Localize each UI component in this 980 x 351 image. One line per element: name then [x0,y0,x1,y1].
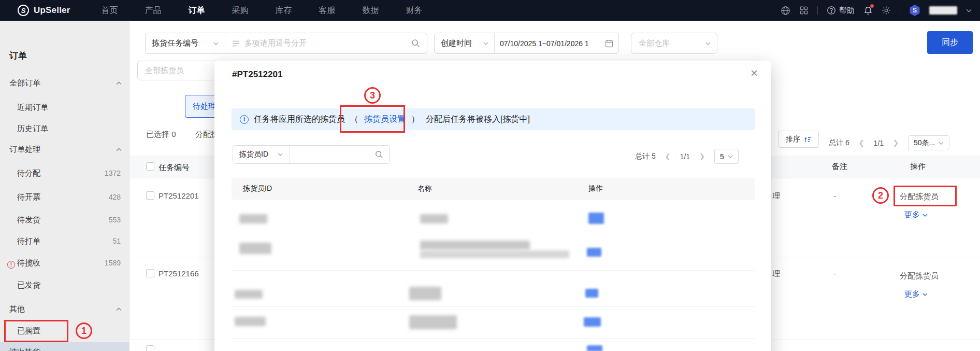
redacted-picker-id [235,317,266,326]
nav-home[interactable]: 首页 [102,5,118,16]
task-number-filter: 拣货任务编号 多项请用逗号分开 [145,33,427,54]
notification-badge [870,4,874,8]
status-fragment: 理 [772,191,780,201]
sidebar-orders: 订单 全部订单 近期订单 历史订单 订单处理 待分配1372 待开票428 待发… [0,21,129,351]
divider [232,232,755,232]
nav-finance[interactable]: 财务 [406,5,423,16]
sidebar-item-pending-invoice[interactable]: 待开票428 [0,188,129,206]
chevron-down-icon[interactable] [966,9,972,12]
chevron-down-icon [483,42,488,45]
column-name: 名称 [417,184,432,193]
column-picker-id: 拣货员ID [243,184,272,193]
picker-id-select[interactable]: 拣货员ID [233,146,290,163]
redacted-action-link[interactable] [584,317,601,327]
redacted-action-link[interactable] [587,248,601,257]
prev-page-icon[interactable]: ❮ [859,139,864,147]
redacted-picker-id [235,290,263,299]
search-icon[interactable] [411,39,420,48]
notifications-button[interactable] [863,6,873,16]
redacted-name [420,214,448,223]
chevron-up-icon [116,307,122,311]
redacted-picker-id [239,214,267,223]
redacted-name [420,241,530,250]
username-redacted [929,6,957,15]
sidebar-item-pending-ship[interactable]: 待发货553 [0,211,129,229]
chevron-down-icon [923,293,928,296]
settings-gear-icon[interactable] [882,6,891,15]
date-range-value[interactable]: 07/10/2025 1~07/01/2026 1 [500,39,589,48]
page-size-select[interactable]: 5 [714,149,739,164]
sidebar-item-pending-assign[interactable]: 待分配1372 [0,164,129,182]
row-checkbox[interactable] [146,345,154,351]
task-link[interactable]: PT2512201 [158,191,199,200]
task-number-type-select[interactable]: 拣货任务编号 [146,33,225,53]
list-lines-icon [232,40,240,47]
chevron-up-icon [116,81,122,85]
created-time-select[interactable]: 创建时间 [435,33,495,53]
page-indicator: 1/1 [874,139,884,147]
redacted-action-link[interactable] [587,345,602,351]
assign-picker-link[interactable]: 分配拣货员 [900,271,939,281]
row-checkbox[interactable] [146,269,154,277]
calendar-icon[interactable] [605,39,613,48]
sync-button[interactable]: 同步 [927,31,973,54]
annotation-box-picker-settings [340,105,405,133]
prev-page-icon[interactable]: ❮ [665,152,671,160]
sort-button[interactable]: 排序 [778,131,819,148]
nav-products[interactable]: 产品 [145,5,162,16]
globe-icon[interactable] [781,6,790,16]
sidebar-item-history-orders[interactable]: 历史订单 [0,120,129,137]
sidebar-item-wave-picking[interactable]: 波次拣货 [0,342,129,351]
row-checkbox[interactable] [146,191,154,200]
main-nav: 首页 产品 订单 采购 库存 客服 数据 财务 [102,5,423,16]
chevron-down-icon [213,42,219,45]
nav-data[interactable]: 数据 [363,5,379,16]
redacted-name [409,315,457,329]
sidebar-item-shipped[interactable]: 已发货 [0,276,129,294]
sidebar-item-pending-pickup[interactable]: !待揽收1589 [0,254,129,272]
divider [214,92,771,92]
apps-grid-icon[interactable] [799,6,809,15]
more-dropdown[interactable]: 更多 [904,289,928,299]
select-all-checkbox[interactable] [146,162,154,171]
warehouse-filter[interactable]: 全部仓库 [631,33,717,54]
top-navbar: S UpSeller 首页 产品 订单 采购 库存 客服 数据 财务 帮助 [0,0,980,21]
remark-value: - [833,191,836,200]
topbar-actions: 帮助 S [781,5,972,16]
nav-orders[interactable]: 订单 [189,5,205,16]
nav-customer-service[interactable]: 客服 [319,5,336,16]
task-link[interactable]: PT2512166 [158,269,199,278]
modal-pagination: 总计 5 ❮ 1/1 ❯ 5 [635,149,739,164]
task-number-input[interactable]: 多项请用逗号分开 [244,38,307,48]
sidebar-item-order-processing[interactable]: 订单处理 [0,141,129,158]
chevron-down-icon [705,42,711,45]
sidebar-item-recent-orders[interactable]: 近期订单 [0,99,129,116]
nav-inventory[interactable]: 库存 [276,5,292,16]
info-banner: i 任务将应用所选的拣货员（拣货员设置） 分配后任务将被移入[拣货中] [232,108,755,130]
redacted-name [420,250,569,258]
column-remark: 备注 [832,162,847,172]
sidebar-item-all-orders[interactable]: 全部订单 [0,74,129,92]
nav-purchasing[interactable]: 采购 [232,5,249,16]
redacted-action-link[interactable] [588,213,604,224]
modal-table-header [232,178,755,200]
topbar-divider [900,6,900,15]
total-count: 总计 6 [829,138,849,148]
sidebar-item-pending-print[interactable]: 待打单51 [0,232,129,250]
brand-logo[interactable]: S UpSeller [18,5,70,16]
redacted-action-link[interactable] [585,289,598,298]
redacted-picker-id [239,243,271,254]
annotation-circle-3: 3 [364,87,381,104]
close-icon[interactable]: × [751,66,758,81]
status-fragment: 理 [772,269,780,279]
help-button[interactable]: 帮助 [827,6,855,16]
page-size-select[interactable]: 50条... [908,135,949,150]
created-time-filter: 创建时间 07/10/2025 1~07/01/2026 1 [434,33,619,54]
more-dropdown[interactable]: 更多 [904,210,928,220]
next-page-icon[interactable]: ❯ [699,152,705,160]
chevron-up-icon [116,148,122,151]
next-page-icon[interactable]: ❯ [893,139,899,147]
sidebar-item-other[interactable]: 其他 [0,300,129,318]
user-avatar[interactable]: S [909,5,920,16]
search-icon[interactable] [375,150,383,159]
